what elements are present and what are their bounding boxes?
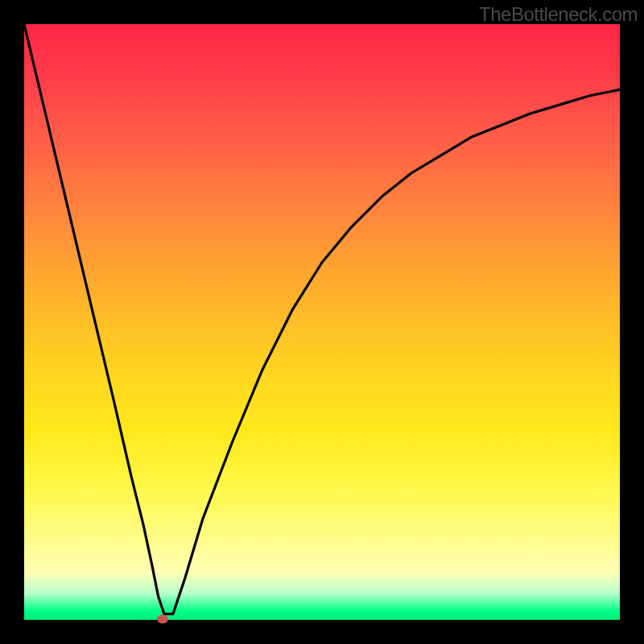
chart-container: TheBottleneck.com xyxy=(0,0,644,644)
plot-area xyxy=(24,24,620,620)
bottleneck-curve xyxy=(24,24,620,614)
watermark-label: TheBottleneck.com xyxy=(479,3,638,26)
minimum-marker xyxy=(157,614,168,623)
curve-svg xyxy=(24,24,620,620)
